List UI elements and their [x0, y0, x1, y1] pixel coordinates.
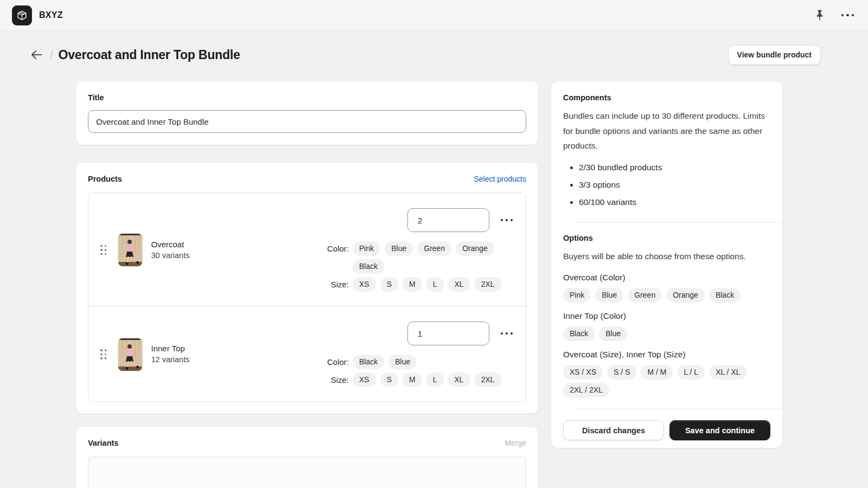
- products-card: Products Select products: [76, 163, 538, 414]
- product-table: Overcoat 30 variants Color:PinkBlueGreen…: [88, 192, 526, 402]
- option-group-label: Inner Top (Color): [563, 311, 770, 321]
- components-limits-list: 2/30 bundled products3/3 options60/100 v…: [563, 159, 770, 211]
- quantity-input[interactable]: [407, 322, 489, 345]
- variants-card-heading: Variants: [88, 439, 118, 447]
- product-menu-button[interactable]: [499, 217, 515, 223]
- back-button[interactable]: [27, 46, 46, 63]
- product-thumbnail: [118, 338, 143, 371]
- option-pill: S: [380, 277, 398, 292]
- product-row-right: Color:BlackBlueSize:XSSMLXL2XL: [321, 322, 515, 387]
- drag-handle-icon[interactable]: [98, 347, 109, 362]
- option-group-pills: PinkBlueGreenOrangeBlack: [563, 288, 770, 303]
- option-row: Color:BlackBlue: [321, 355, 515, 369]
- components-limit-item: 60/100 variants: [563, 194, 770, 211]
- merge-button[interactable]: Merge: [505, 439, 526, 447]
- product-info: Overcoat 30 variants: [151, 239, 190, 262]
- product-name: Overcoat: [151, 239, 190, 250]
- product-row-left: Inner Top 12 variants: [98, 322, 321, 387]
- option-pill: XL: [448, 373, 470, 387]
- option-pill: Black: [709, 288, 741, 303]
- screen: BXYZ / Overcoat and Inner Top: [0, 0, 868, 488]
- option-pill: 2XL: [475, 373, 501, 387]
- cube-box-icon: [16, 10, 28, 21]
- ellipsis-icon: [501, 219, 513, 221]
- option-pill: Green: [628, 288, 662, 303]
- option-group-pills: BlackBlue: [563, 326, 770, 341]
- option-label: Color:: [321, 241, 349, 256]
- option-pill: Blue: [385, 241, 413, 256]
- product-row: Overcoat 30 variants Color:PinkBlueGreen…: [88, 193, 526, 306]
- option-pill: Blue: [388, 355, 417, 369]
- option-pill: Green: [417, 241, 451, 256]
- option-pill: 2XL / 2XL: [563, 383, 609, 397]
- option-label: Size:: [321, 373, 349, 387]
- option-row: Size:XSSMLXL2XL: [321, 277, 515, 292]
- option-pill: M: [403, 277, 422, 292]
- quantity-row: [321, 322, 515, 345]
- products-card-heading: Products: [88, 175, 122, 183]
- option-pill: M / M: [641, 365, 673, 380]
- pin-button[interactable]: [812, 7, 827, 23]
- title-card: Title: [76, 81, 538, 145]
- option-pill: XS / XS: [563, 365, 603, 380]
- page-title: Overcoat and Inner Top Bundle: [59, 48, 240, 62]
- content-area: Title Products Select products: [76, 81, 782, 488]
- option-pill: Black: [563, 326, 595, 341]
- option-pill: Orange: [456, 241, 494, 256]
- option-pill: Orange: [666, 288, 705, 303]
- product-variant-count: 30 variants: [151, 250, 190, 262]
- option-pill: M: [403, 373, 422, 387]
- bundle-title-input[interactable]: [88, 110, 526, 133]
- pushpin-icon: [814, 9, 825, 21]
- option-pill: 2XL: [475, 277, 501, 292]
- quantity-input[interactable]: [407, 208, 489, 232]
- option-pills: BlackBlue: [353, 355, 515, 369]
- app-logo: [12, 5, 32, 25]
- option-pill: Black: [353, 259, 384, 274]
- main-column: Title Products Select products: [76, 81, 538, 488]
- components-card: Components Bundles can include up to 30 …: [551, 81, 782, 448]
- components-limit-item: 3/3 options: [563, 176, 770, 194]
- option-pill: XL / XL: [709, 365, 746, 380]
- option-pills: PinkBlueGreenOrangeBlack: [353, 241, 515, 274]
- option-pill: L: [426, 277, 444, 292]
- option-pill: Pink: [563, 288, 591, 303]
- option-rows: Color:PinkBlueGreenOrangeBlackSize:XSSML…: [321, 241, 515, 292]
- option-pill: Pink: [353, 241, 380, 256]
- option-row: Color:PinkBlueGreenOrangeBlack: [321, 241, 515, 274]
- option-pill: Black: [353, 355, 384, 369]
- option-pills: XSSMLXL2XL: [353, 277, 515, 292]
- option-row: Size:XSSMLXL2XL: [321, 373, 515, 387]
- option-pill: XS: [353, 373, 376, 387]
- app-bar-actions: [812, 7, 857, 23]
- discard-changes-button[interactable]: Discard changes: [563, 420, 664, 440]
- overflow-menu-button[interactable]: [839, 12, 857, 19]
- sidebar: Components Bundles can include up to 30 …: [551, 81, 782, 448]
- save-and-continue-button[interactable]: Save and continue: [669, 420, 770, 440]
- components-limit-item: 2/30 bundled products: [563, 159, 770, 176]
- option-pills: XSSMLXL2XL: [353, 373, 515, 387]
- product-info: Inner Top 12 variants: [151, 343, 190, 366]
- option-pill: S: [380, 373, 398, 387]
- drag-handle-icon[interactable]: [98, 243, 109, 258]
- option-rows: Color:BlackBlueSize:XSSMLXL2XL: [321, 355, 515, 387]
- product-thumbnail: [118, 233, 143, 267]
- option-group-pills: XS / XSS / SM / ML / LXL / XL2XL / 2XL: [563, 365, 770, 397]
- product-name: Inner Top: [151, 343, 190, 354]
- view-bundle-product-button[interactable]: View bundle product: [728, 45, 821, 65]
- options-description: Buyers will be able to choose from these…: [563, 249, 770, 264]
- components-description: Bundles can include up to 30 different p…: [563, 108, 770, 153]
- quantity-row: [321, 208, 515, 232]
- select-products-link[interactable]: Select products: [474, 175, 527, 183]
- product-row-right: Color:PinkBlueGreenOrangeBlackSize:XSSML…: [321, 208, 515, 292]
- sidebar-divider-bottom: [574, 409, 782, 409]
- arrow-left-icon: [29, 48, 43, 61]
- product-menu-button[interactable]: [499, 330, 515, 337]
- page-header: / Overcoat and Inner Top Bundle View bun…: [0, 31, 868, 79]
- option-pill: L / L: [677, 365, 705, 380]
- option-pill: Blue: [595, 288, 623, 303]
- ellipsis-icon: [841, 14, 854, 17]
- breadcrumb-separator: /: [50, 49, 53, 61]
- option-pill: XS: [353, 277, 376, 292]
- app-bar: BXYZ: [0, 0, 868, 31]
